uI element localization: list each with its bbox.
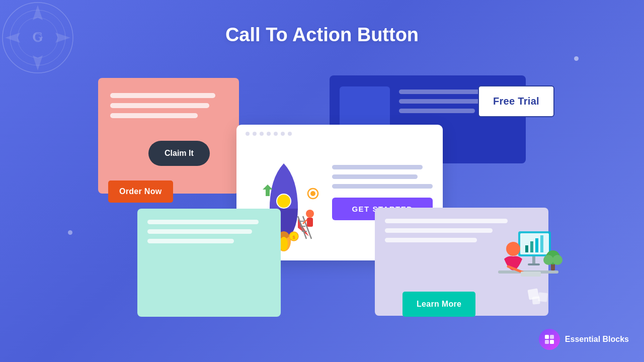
person-desk-illustration (478, 211, 564, 312)
svg-point-42 (552, 255, 562, 265)
svg-rect-48 (550, 335, 554, 339)
svg-rect-32 (535, 238, 538, 252)
svg-rect-34 (532, 256, 535, 264)
svg-rect-46 (532, 296, 540, 304)
card-lavender-line-3 (385, 238, 477, 242)
branding: Essential Blocks (539, 329, 629, 350)
svg-rect-31 (530, 241, 533, 252)
card-blue-line-3 (399, 109, 475, 113)
svg-rect-50 (550, 340, 554, 344)
dot-6 (281, 132, 285, 136)
page-title: Call To Action Button (225, 24, 419, 46)
decorative-dot-top-right (574, 56, 579, 61)
free-trial-button[interactable]: Free Trial (478, 85, 554, 117)
dot-3 (260, 132, 264, 136)
svg-rect-29 (520, 233, 549, 254)
svg-point-41 (543, 255, 553, 265)
svg-text:$: $ (292, 235, 295, 240)
branding-icon (539, 329, 560, 350)
dot-1 (246, 132, 250, 136)
branding-text: Essential Blocks (565, 335, 629, 344)
dot-2 (253, 132, 257, 136)
dot-4 (267, 132, 271, 136)
order-now-button[interactable]: Order Now (108, 180, 173, 203)
dot-7 (288, 132, 292, 136)
card-center-line-1 (332, 165, 423, 169)
card-mint-line-1 (147, 220, 259, 224)
learn-more-button[interactable]: Learn More (403, 292, 475, 317)
dot-5 (274, 132, 278, 136)
card-center-line-2 (332, 174, 418, 179)
card-lavender-line-2 (385, 228, 493, 233)
svg-rect-35 (528, 263, 540, 265)
logo-decoration: G (0, 0, 75, 75)
svg-rect-33 (540, 235, 543, 252)
claim-it-button[interactable]: Claim It (148, 141, 210, 166)
card-mint-line-2 (147, 229, 252, 234)
svg-rect-15 (307, 218, 313, 227)
svg-rect-47 (545, 335, 549, 339)
card-pink-line-2 (110, 103, 209, 108)
card-pink-line-3 (110, 113, 198, 118)
svg-point-8 (280, 237, 288, 251)
card-center-dots (246, 132, 292, 136)
svg-point-14 (306, 210, 314, 218)
card-center-line-3 (332, 184, 433, 189)
card-pink-line-1 (110, 93, 215, 98)
svg-rect-43 (521, 272, 541, 277)
svg-rect-30 (525, 245, 528, 252)
svg-point-37 (506, 242, 520, 256)
card-pink: Order Now (98, 78, 239, 194)
svg-point-23 (310, 191, 315, 196)
card-mint (137, 209, 281, 317)
card-blue-image-placeholder (340, 86, 390, 129)
card-mint-line-3 (147, 239, 234, 243)
decorative-dot-mid-left (68, 230, 72, 235)
svg-point-6 (277, 194, 291, 208)
svg-rect-49 (545, 340, 549, 344)
card-blue-line-2 (399, 99, 480, 104)
